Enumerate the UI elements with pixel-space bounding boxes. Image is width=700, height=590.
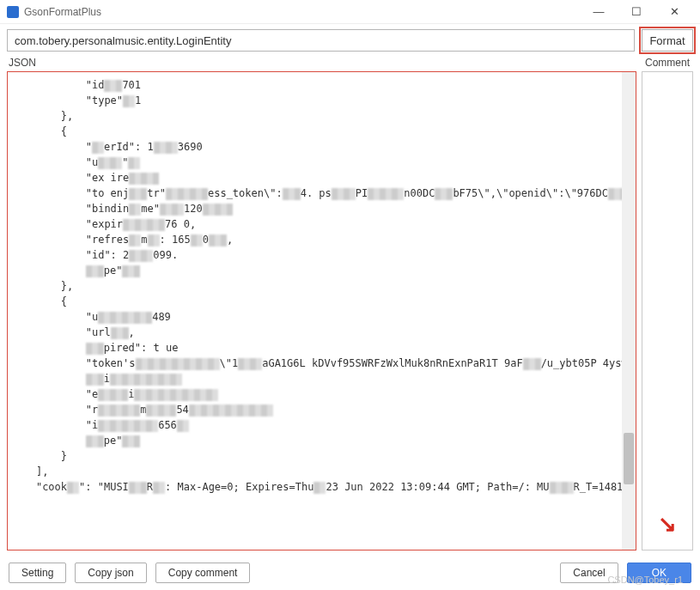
json-pane[interactable]: "id 701 "type" 1 }, { " erId": 1 3690 "u…	[7, 71, 636, 550]
maximize-button[interactable]: ☐	[618, 1, 655, 23]
json-line: {	[11, 124, 632, 139]
app-icon	[7, 6, 19, 18]
json-line: "e i	[11, 386, 632, 402]
setting-button[interactable]: Setting	[9, 563, 66, 583]
json-line: "type" 1	[11, 93, 632, 108]
json-label: JSON	[9, 57, 645, 69]
arrow-icon: ↘	[658, 511, 677, 538]
json-line: }	[11, 448, 632, 464]
main-area: "id 701 "type" 1 }, { " erId": 1 3690 "u…	[0, 71, 700, 556]
window-controls: — ☐ ✕	[580, 1, 693, 23]
copy-json-button[interactable]: Copy json	[75, 563, 146, 583]
json-line: {	[11, 294, 632, 309]
json-line: "bindin me" 120	[11, 201, 632, 216]
json-line: "url ,	[11, 325, 632, 340]
json-line: "id 701	[11, 77, 632, 93]
pane-labels: JSON Comment	[0, 55, 700, 71]
format-button[interactable]: Format	[642, 29, 693, 52]
json-line: " erId": 1 3690	[11, 139, 632, 155]
comment-pane[interactable]: ↘	[642, 71, 693, 550]
json-line: "refres m : 165 0 ,	[11, 232, 632, 247]
minimize-button[interactable]: —	[580, 1, 618, 23]
json-line: "r m 54	[11, 402, 632, 417]
json-line: "u 489	[11, 309, 632, 325]
json-line: "cook ": "MUSI R : Max-Age=0; Expires=Th…	[11, 479, 632, 495]
close-button[interactable]: ✕	[655, 1, 693, 23]
copy-comment-button[interactable]: Copy comment	[155, 563, 251, 583]
json-line: "to enj tr" ess_token\": 4. ps PI n00DC …	[11, 186, 632, 201]
json-line: },	[11, 278, 632, 294]
cancel-button[interactable]: Cancel	[560, 563, 618, 583]
scrollbar-thumb[interactable]	[624, 433, 634, 484]
titlebar: GsonFormatPlus — ☐ ✕	[0, 0, 700, 24]
json-line: },	[11, 108, 632, 124]
json-line: "i 656	[11, 417, 632, 433]
json-scrollbar[interactable]	[622, 72, 636, 550]
json-line: pired": t ue	[11, 340, 632, 356]
ok-button[interactable]: OK	[627, 563, 691, 583]
footer-toolbar: Setting Copy json Copy comment Cancel OK	[0, 556, 700, 590]
json-line: pe"	[11, 263, 632, 278]
json-line: "token's \"1 aGA1G6L kDVvf95SWRFzWxlMuk8…	[11, 356, 632, 371]
json-line: "u "	[11, 155, 632, 170]
json-line: i	[11, 371, 632, 386]
json-line: "ex ire	[11, 170, 632, 186]
json-line: ],	[11, 464, 632, 479]
json-line: pe"	[11, 433, 632, 448]
comment-label: Comment	[645, 57, 690, 69]
entity-class-input[interactable]	[7, 29, 635, 52]
window-title: GsonFormatPlus	[24, 6, 101, 18]
json-line: "id": 2 099.	[11, 247, 632, 263]
json-content[interactable]: "id 701 "type" 1 }, { " erId": 1 3690 "u…	[11, 77, 632, 495]
json-line: "expir 76 0,	[11, 216, 632, 232]
top-toolbar: Format	[0, 24, 700, 55]
